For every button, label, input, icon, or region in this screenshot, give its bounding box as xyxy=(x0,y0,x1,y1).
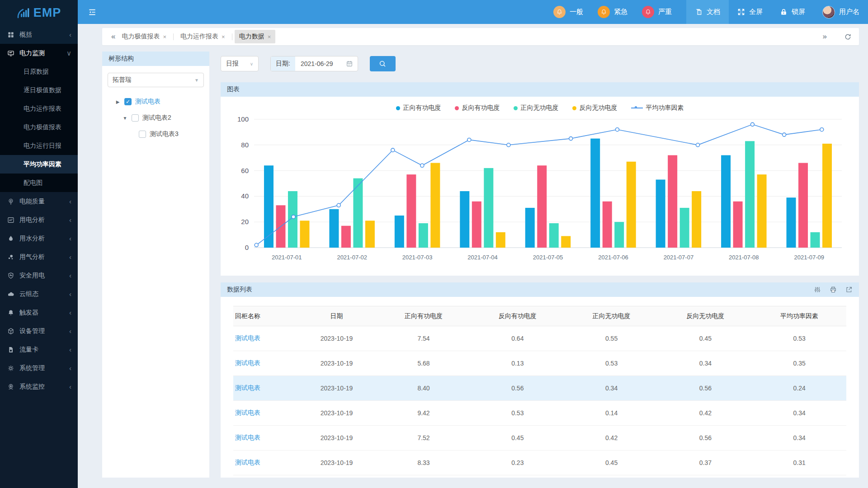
tab-0[interactable]: 电力极值报表 × xyxy=(117,30,171,43)
sidebar-item-label: 电能质量 xyxy=(19,197,64,206)
sidebar-subitem-0[interactable]: 日原数据 xyxy=(0,62,78,81)
chart-legend: 正向有功电度 反向有功电度 正向无功电度 反向无功电度 平均功率因素 xyxy=(229,97,851,113)
report-type-value: 日报 xyxy=(226,60,239,68)
chevron-left-icon: ‹ xyxy=(69,31,71,38)
close-icon[interactable]: × xyxy=(268,33,271,40)
alert-1[interactable]: 紧急 xyxy=(598,6,627,18)
sidebar-item-5[interactable]: 用气分析 ‹ xyxy=(0,248,78,266)
tab-2[interactable]: 电力数据 × xyxy=(235,30,276,43)
header-actions: 文档全屏锁屏用户名 xyxy=(686,0,868,24)
sidebar-subitem-5[interactable]: 平均功率因素 xyxy=(0,155,78,174)
monitor-icon xyxy=(7,50,14,57)
table-cell: 0.64 xyxy=(471,326,565,351)
legend-dot-icon xyxy=(455,106,459,110)
sidebar-item-7[interactable]: 云组态 ‹ xyxy=(0,285,78,303)
sidebar-subitem-1[interactable]: 逐日极值数据 xyxy=(0,81,78,99)
docs-icon xyxy=(695,8,703,16)
tree-node-1[interactable]: ▼ 测试电表2 xyxy=(102,110,209,126)
chevron-down-icon: ▼ xyxy=(194,78,199,83)
search-button[interactable] xyxy=(370,56,396,71)
refresh-icon[interactable] xyxy=(844,33,852,41)
column-settings-icon[interactable] xyxy=(814,286,821,293)
table-row-3[interactable]: 测试电表2023-10-199.420.530.140.420.34 xyxy=(233,401,846,426)
table-cell: 9.42 xyxy=(377,401,471,426)
alert-2[interactable]: 严重 xyxy=(642,6,672,18)
sidebar-item-1[interactable]: 电力监测 ∨ xyxy=(0,44,78,62)
calendar-icon[interactable] xyxy=(346,60,353,67)
table-panel-title: 数据列表 xyxy=(227,286,252,294)
sidebar-item-6[interactable]: 安全用电 ‹ xyxy=(0,266,78,285)
table-row-4[interactable]: 测试电表2023-10-197.520.450.420.560.34 xyxy=(233,426,846,450)
chevron-left-icon: ‹ xyxy=(69,272,71,279)
legend-label: 正向有功电度 xyxy=(403,104,441,112)
table-cell: 8.40 xyxy=(377,376,471,401)
alert-label: 一般 xyxy=(570,8,583,16)
collapse-menu-icon[interactable] xyxy=(78,8,107,17)
table-row-5[interactable]: 测试电表2023-10-198.330.230.450.370.31 xyxy=(233,450,846,475)
cabinet-link[interactable]: 测试电表 xyxy=(233,401,297,426)
cabinet-link[interactable]: 测试电表 xyxy=(233,426,297,450)
report-type-select[interactable]: 日报 ∨ xyxy=(221,56,259,71)
sidebar-item-0[interactable]: 概括 ‹ xyxy=(0,25,78,44)
sidebar-item-9[interactable]: 设备管理 ‹ xyxy=(0,322,78,340)
cabinet-link[interactable]: 测试电表 xyxy=(233,351,297,376)
sidebar-subitem-2[interactable]: 电力运作报表 xyxy=(0,99,78,118)
alert-0[interactable]: 一般 xyxy=(553,6,583,18)
sidebar-item-11[interactable]: 系统管理 ‹ xyxy=(0,359,78,377)
main-area: 一般 紧急 严重 文档全屏锁屏用户名 « 电力极值报表 ×电力运作报表 ×电力数… xyxy=(78,0,868,488)
table-row-1[interactable]: 测试电表2023-10-195.680.130.530.340.35 xyxy=(233,351,846,376)
sidebar-item-label: 概括 xyxy=(19,31,64,39)
tree-node-2[interactable]: 测试电表3 xyxy=(102,126,209,142)
sidebar-item-label: 安全用电 xyxy=(19,272,64,280)
tree-checkbox[interactable] xyxy=(132,114,139,122)
bar-line-chart[interactable]: 0204060801002021-07-012021-07-022021-07-… xyxy=(229,113,851,272)
tree-checkbox[interactable]: ✓ xyxy=(124,98,132,105)
close-icon[interactable]: × xyxy=(222,33,225,40)
table-cell: 0.24 xyxy=(752,376,846,401)
table-col-header-5: 反向无功电度 xyxy=(658,306,752,326)
legend-item-1[interactable]: 反向有功电度 xyxy=(455,104,500,112)
table-cell: 0.34 xyxy=(565,376,659,401)
tab-1[interactable]: 电力运作报表 × xyxy=(176,30,230,43)
tree-caret-icon[interactable]: ▼ xyxy=(122,116,128,121)
header-item-1[interactable]: 全屏 xyxy=(729,0,771,24)
date-input[interactable] xyxy=(295,60,346,67)
cabinet-link[interactable]: 测试电表 xyxy=(233,326,297,351)
legend-item-2[interactable]: 正向无功电度 xyxy=(514,104,559,112)
table-row-0[interactable]: 测试电表2023-10-197.540.640.550.450.53 xyxy=(233,326,846,351)
table-row-2[interactable]: 测试电表2023-10-198.400.560.340.560.24 xyxy=(233,376,846,401)
sidebar-item-3[interactable]: 用电分析 ‹ xyxy=(0,211,78,229)
tree-caret-icon[interactable]: ▶ xyxy=(115,99,121,104)
sidebar-item-4[interactable]: 用水分析 ‹ xyxy=(0,229,78,248)
legend-item-3[interactable]: 反向无功电度 xyxy=(572,104,618,112)
legend-item-0[interactable]: 正向有功电度 xyxy=(396,104,441,112)
table-cell: 5.68 xyxy=(377,351,471,376)
header-item-3[interactable]: 用户名 xyxy=(814,0,868,24)
export-icon[interactable] xyxy=(845,286,853,293)
tree-node-0[interactable]: ▶ ✓ 测试电表 xyxy=(102,94,209,110)
tab-bar: « 电力极值报表 ×电力运作报表 ×电力数据 × » xyxy=(102,28,859,45)
sidebar-item-8[interactable]: 触发器 ‹ xyxy=(0,303,78,322)
sidebar-item-2[interactable]: 电能质量 ‹ xyxy=(0,192,78,211)
tabs-scroll-right-icon[interactable]: » xyxy=(821,32,829,41)
tree-checkbox[interactable] xyxy=(139,131,146,138)
close-icon[interactable]: × xyxy=(163,33,166,40)
table-cell: 0.45 xyxy=(658,326,752,351)
legend-item-line[interactable]: 平均功率因素 xyxy=(631,104,684,112)
print-icon[interactable] xyxy=(830,286,837,293)
chartline-icon xyxy=(7,216,14,224)
tabs-scroll-left-icon[interactable]: « xyxy=(109,32,117,41)
cabinet-link[interactable]: 测试电表 xyxy=(233,376,297,401)
sidebar-item-label: 系统监控 xyxy=(19,383,64,391)
header-item-0[interactable]: 文档 xyxy=(686,0,729,24)
app-logo[interactable]: EMP xyxy=(0,0,78,25)
sidebar-subitem-6[interactable]: 配电图 xyxy=(0,174,78,192)
sidebar-subitem-3[interactable]: 电力极值报表 xyxy=(0,118,78,136)
svg-text:2021-07-05: 2021-07-05 xyxy=(533,254,563,261)
sidebar-item-10[interactable]: 流量卡 ‹ xyxy=(0,340,78,359)
device-select[interactable]: 拓普瑞 ▼ xyxy=(108,73,204,87)
sidebar-item-12[interactable]: 系统监控 ‹ xyxy=(0,377,78,396)
cabinet-link[interactable]: 测试电表 xyxy=(233,450,297,475)
header-item-2[interactable]: 锁屏 xyxy=(771,0,814,24)
sidebar-subitem-4[interactable]: 电力运行日报 xyxy=(0,136,78,155)
